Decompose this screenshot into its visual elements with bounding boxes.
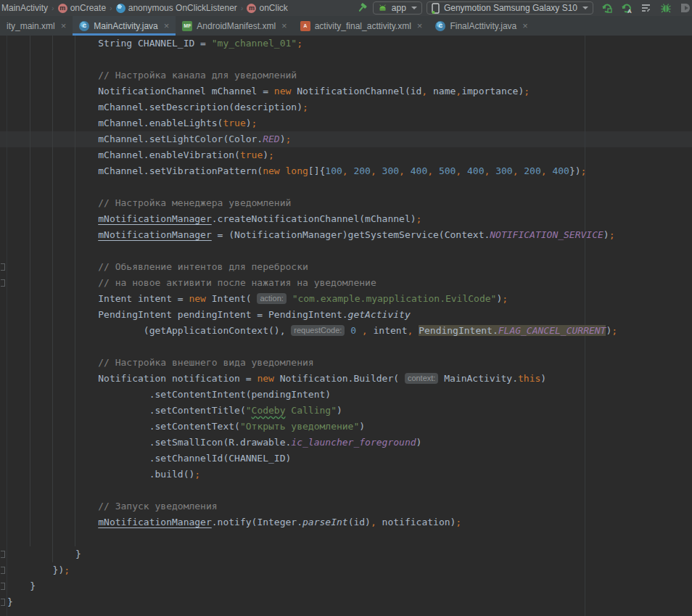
code-line[interactable]: mNotificationManager.createNotificationC…	[0, 211, 692, 227]
code-line[interactable]: .setSmallIcon(R.drawable.ic_launcher_for…	[0, 435, 692, 451]
code-token: // Настройка внешнего вида уведомления	[7, 357, 314, 368]
current-code-line[interactable]: mChannel.setLightColor(Color.RED);	[0, 131, 692, 147]
breadcrumb-item[interactable]: monClick	[247, 3, 287, 13]
code-line[interactable]: // Настройка внешнего вида уведомления	[0, 355, 692, 371]
code-line[interactable]	[0, 530, 692, 546]
code-line[interactable]: mNotificationManager = (NotificationMana…	[0, 227, 692, 243]
code-line[interactable]: mChannel.setVibrationPattern(new long[]{…	[0, 163, 692, 179]
code-token: .setChannelId(CHANNEL_ID)	[7, 453, 291, 464]
code-token: mChannel.enableVibration(	[7, 149, 240, 160]
code-token: new	[263, 165, 279, 176]
close-icon[interactable]: ×	[281, 20, 287, 31]
apply-code-changes-icon[interactable]: A	[620, 1, 633, 15]
code-line[interactable]: mChannel.enableVibration(true);	[0, 147, 692, 163]
fold-marker-icon[interactable]	[1, 567, 5, 574]
breadcrumb-item[interactable]: MainActivity	[1, 3, 48, 13]
code-token	[280, 165, 286, 176]
code-line[interactable]: }	[0, 594, 692, 610]
code-line[interactable]: mNotificationManager.notify(Integer.pars…	[0, 514, 692, 530]
code-line[interactable]: mChannel.setDescription(description);	[0, 99, 692, 115]
code-token: Notification.Builder(	[274, 373, 405, 384]
code-token: .setContentTitle(	[7, 405, 246, 416]
code-line[interactable]: // Настройка менеджера уведомлений	[0, 195, 692, 211]
code-editor[interactable]: String CHANNEL_ID = "my_channel_01"; // …	[0, 36, 692, 616]
code-token: }	[7, 549, 81, 559]
code-line[interactable]: .setContentTitle("Codeby Calling")	[0, 403, 692, 419]
tab-mainactivity-java[interactable]: CMainActivity.java×	[73, 16, 176, 36]
fold-marker-icon[interactable]	[1, 599, 5, 606]
build-hammer-icon[interactable]	[355, 1, 368, 15]
code-line[interactable]: // Обьявление интентов для переброски	[0, 259, 692, 275]
code-line[interactable]: // Настройка канала для уведомлений	[0, 67, 692, 83]
code-line[interactable]: PendingIntent pendingIntent = PendingInt…	[0, 307, 692, 323]
code-token: Intent(	[206, 293, 257, 304]
code-token	[7, 517, 98, 527]
breadcrumb-item[interactable]: monCreate	[58, 3, 106, 13]
code-token: ,	[342, 165, 354, 176]
code-token	[7, 229, 98, 240]
run-configuration-label: app	[392, 3, 406, 13]
code-token: Calling"	[286, 405, 337, 416]
code-line[interactable]: .setChannelId(CHANNEL_ID)	[0, 451, 692, 467]
code-line[interactable]	[0, 179, 692, 195]
tab-androidmanifest-xml[interactable]: MFAndroidManifest.xml×	[176, 16, 293, 36]
code-line[interactable]: // на новое активити после нажатия на ув…	[0, 275, 692, 291]
tab-activity-final-acttivity-xml[interactable]: Aactivity_final_acttivity.xml×	[294, 16, 429, 36]
code-token: new	[257, 373, 273, 384]
code-line[interactable]: }	[0, 578, 692, 594]
code-token: 500	[439, 165, 456, 176]
code-token: 200	[353, 165, 370, 176]
java-class-icon: C	[79, 21, 89, 31]
fold-marker-icon[interactable]	[1, 279, 5, 287]
code-line[interactable]: Intent intent = new Intent( action: "com…	[0, 291, 692, 307]
parameter-hint: requestCode:	[291, 325, 345, 336]
fold-marker-icon[interactable]	[1, 551, 5, 558]
code-line[interactable]: .setContentIntent(pendingIntent)	[0, 387, 692, 403]
fold-marker-icon[interactable]	[1, 263, 5, 271]
code-token: // Настройка канала для уведомлений	[7, 70, 297, 81]
close-icon[interactable]: ×	[417, 20, 423, 31]
code-token: 300	[495, 165, 512, 176]
close-icon[interactable]: ×	[164, 20, 170, 31]
profiler-icon[interactable]	[640, 1, 653, 15]
code-line[interactable]: mChannel.enableLights(true);	[0, 115, 692, 131]
code-line[interactable]: .build();	[0, 467, 692, 482]
debug-icon[interactable]	[659, 1, 672, 15]
code-line[interactable]: Notification notification = new Notifica…	[0, 371, 692, 387]
code-line[interactable]: }	[0, 546, 692, 562]
code-token: MainActivity.	[438, 373, 518, 384]
tab-ity-main-xml[interactable]: ity_main.xml×	[0, 16, 73, 36]
android-icon	[378, 3, 388, 13]
code-token: []{	[308, 165, 325, 176]
close-icon[interactable]: ×	[61, 20, 67, 31]
code-line[interactable]: .setContentText("Открыть уведомление")	[0, 419, 692, 435]
code-line[interactable]: // Запуск уведомления	[0, 498, 692, 514]
layout-xml-icon: A	[300, 21, 310, 31]
close-icon[interactable]: ×	[522, 20, 528, 31]
code-line[interactable]	[0, 339, 692, 355]
code-line[interactable]: (getApplicationContext(), requestCode: 0…	[0, 323, 692, 339]
tab-label: MainActivity.java	[94, 21, 157, 31]
svg-text:A: A	[627, 8, 632, 14]
tab-label: AndroidManifest.xml	[197, 21, 276, 31]
attach-debugger-icon[interactable]	[679, 1, 692, 15]
device-label: Genymotion Samsung Galaxy S10	[444, 3, 577, 13]
code-token: ;	[194, 469, 200, 480]
breadcrumb-item[interactable]: anonymous OnClickListener	[116, 3, 237, 13]
code-line[interactable]	[0, 52, 692, 67]
code-line[interactable]: String CHANNEL_ID = "my_channel_01";	[0, 36, 692, 52]
device-select[interactable]: Genymotion Samsung Galaxy S10	[427, 1, 593, 15]
code-line[interactable]	[0, 243, 692, 259]
tab-finalacttivity-java[interactable]: CFinalActtivity.java×	[429, 16, 534, 36]
run-configuration-select[interactable]: app	[373, 1, 422, 15]
code-line[interactable]	[0, 482, 692, 498]
code-token: "	[246, 405, 252, 416]
code-token: ,	[408, 325, 419, 336]
code-token: PendingIntent.	[419, 325, 498, 336]
code-line[interactable]: NotificationChannel mChannel = new Notif…	[0, 83, 692, 99]
fold-marker-icon[interactable]	[1, 583, 5, 590]
code-line[interactable]: });	[0, 562, 692, 578]
apply-changes-icon[interactable]	[601, 1, 614, 15]
code-token: ,	[421, 86, 433, 96]
code-token: this	[518, 373, 540, 384]
